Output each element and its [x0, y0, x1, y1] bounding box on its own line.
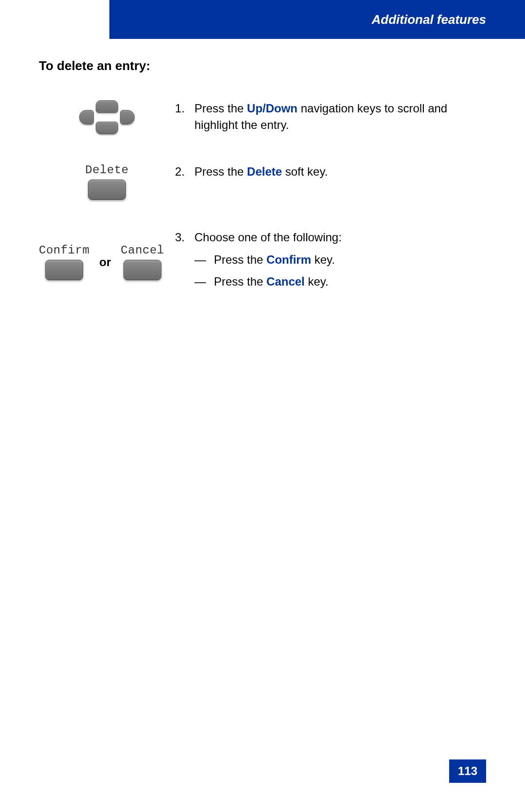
- dpad-up-icon: [96, 100, 118, 113]
- step-3-option-2-after: key.: [305, 275, 329, 288]
- step-row-2: Delete 2. Press the Delete soft key.: [39, 163, 486, 200]
- step-3-option-1-before: Press the: [214, 253, 266, 266]
- confirm-softkey-icon: [45, 260, 83, 280]
- step-2-number: 2.: [175, 163, 194, 180]
- step-3-body: Choose one of the following: — Press the…: [194, 229, 486, 290]
- step-1-visual: [39, 100, 175, 134]
- confirm-cancel-row: Confirm or Cancel: [39, 244, 164, 280]
- cancel-softkey-group: Cancel: [121, 244, 164, 280]
- step-2-visual: Delete: [39, 163, 175, 200]
- header-bar: Additional features: [109, 0, 525, 39]
- cancel-softkey-label: Cancel: [121, 244, 164, 257]
- navigation-dpad-icon: [75, 100, 139, 134]
- step-3-option-2-dash: —: [194, 273, 214, 290]
- step-row-3: Confirm or Cancel 3. Choose one of the f…: [39, 229, 486, 290]
- dpad-left-icon: [79, 110, 94, 125]
- cancel-softkey-icon: [123, 260, 161, 280]
- step-3-intro: Choose one of the following:: [194, 229, 486, 246]
- step-3-option-2: — Press the Cancel key.: [194, 273, 486, 290]
- header-title: Additional features: [372, 12, 486, 27]
- content-area: To delete an entry: 1. Press the Up/Down…: [39, 58, 486, 319]
- step-2-keyword: Delete: [247, 165, 282, 178]
- step-1-text: 1. Press the Up/Down navigation keys to …: [175, 100, 486, 133]
- step-2-body: Press the Delete soft key.: [194, 163, 486, 180]
- step-row-1: 1. Press the Up/Down navigation keys to …: [39, 100, 486, 134]
- step-3-option-2-text: Press the Cancel key.: [214, 273, 329, 290]
- step-3-option-1-keyword: Confirm: [266, 253, 311, 266]
- delete-softkey-label: Delete: [85, 163, 128, 177]
- step-3-visual: Confirm or Cancel: [39, 229, 175, 280]
- delete-softkey-group: Delete: [85, 163, 128, 200]
- section-heading: To delete an entry:: [39, 58, 486, 73]
- delete-softkey-icon: [88, 180, 126, 200]
- confirm-softkey-label: Confirm: [39, 244, 89, 257]
- step-1-number: 1.: [175, 100, 194, 133]
- dpad-right-icon: [120, 110, 135, 125]
- step-2-text-before: Press the: [194, 165, 247, 178]
- step-3-option-2-before: Press the: [214, 275, 266, 288]
- step-1-keyword: Up/Down: [247, 102, 298, 115]
- step-1-body: Press the Up/Down navigation keys to scr…: [194, 100, 486, 133]
- or-label: or: [99, 255, 111, 269]
- step-3-option-1: — Press the Confirm key.: [194, 252, 486, 268]
- step-2-text-after: soft key.: [282, 165, 328, 178]
- step-3-option-1-after: key.: [311, 253, 335, 266]
- confirm-softkey-group: Confirm: [39, 244, 89, 280]
- step-2-text: 2. Press the Delete soft key.: [175, 163, 486, 180]
- step-3-option-2-keyword: Cancel: [266, 275, 305, 288]
- step-3-text: 3. Choose one of the following: — Press …: [175, 229, 486, 290]
- page-number: 113: [449, 759, 486, 783]
- step-1-text-before: Press the: [194, 102, 247, 115]
- step-3-option-1-text: Press the Confirm key.: [214, 252, 335, 268]
- step-3-number: 3.: [175, 229, 194, 290]
- step-3-option-1-dash: —: [194, 252, 214, 268]
- dpad-down-icon: [96, 122, 118, 134]
